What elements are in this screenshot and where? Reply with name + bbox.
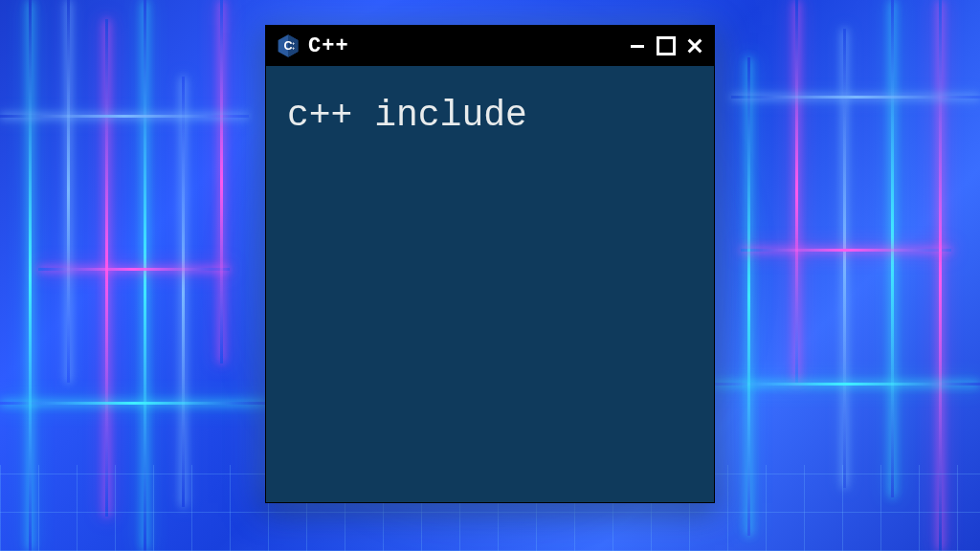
titlebar[interactable]: C + + C++ <box>266 26 714 66</box>
code-content: c++ include <box>287 95 693 136</box>
terminal-window: C + + C++ c++ include <box>265 25 715 503</box>
cpp-logo-icon: C + + <box>276 33 301 58</box>
close-button[interactable] <box>685 36 704 55</box>
minimize-button[interactable] <box>628 36 647 55</box>
window-title: C++ <box>308 34 620 58</box>
svg-text:+: + <box>292 46 295 51</box>
svg-text:C: C <box>283 39 292 53</box>
maximize-button[interactable] <box>657 36 676 55</box>
editor-body[interactable]: c++ include <box>266 66 714 502</box>
window-controls <box>628 36 704 55</box>
